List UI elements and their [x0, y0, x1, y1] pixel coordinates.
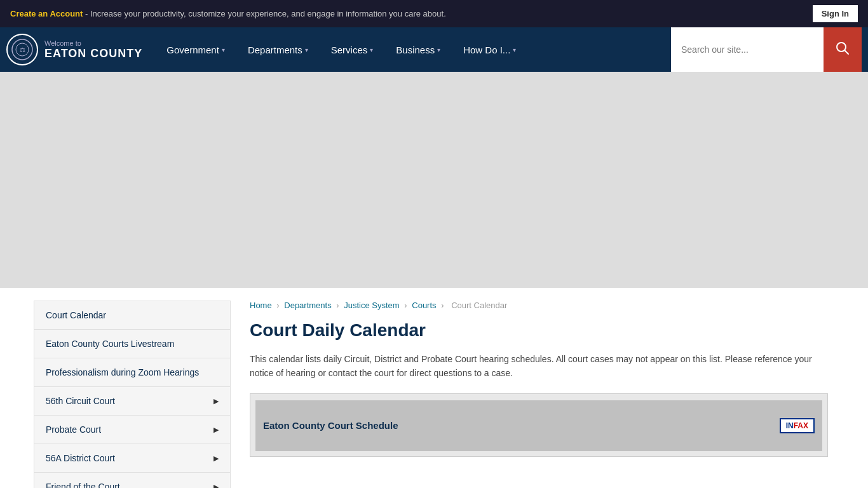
breadcrumb-home[interactable]: Home	[250, 301, 272, 310]
svg-text:⚖: ⚖	[20, 46, 25, 53]
breadcrumb-courts[interactable]: Courts	[412, 301, 436, 310]
nav-item-business[interactable]: Business ▾	[384, 27, 452, 72]
main-content: Court Calendar Eaton County Courts Lives…	[27, 288, 841, 488]
main-nav: Government ▾ Departments ▾ Services ▾ Bu…	[155, 27, 671, 72]
calendar-widget-inner: Eaton County Court Schedule INFAX	[255, 400, 822, 451]
nav-item-how-do-i[interactable]: How Do I... ▾	[452, 27, 527, 72]
arrow-right-icon: ▶	[214, 397, 219, 405]
breadcrumb-separator: ›	[276, 301, 281, 310]
arrow-right-icon: ▶	[214, 426, 219, 434]
search-icon	[836, 41, 850, 58]
sidebar: Court Calendar Eaton County Courts Lives…	[34, 301, 231, 488]
welcome-text: Welcome to	[44, 39, 142, 47]
top-bar: Create an Account - Increase your produc…	[0, 0, 868, 27]
infax-text-blue: IN	[786, 421, 794, 430]
chevron-down-icon: ▾	[305, 46, 308, 53]
arrow-right-icon: ▶	[214, 454, 219, 463]
nav-item-government[interactable]: Government ▾	[155, 27, 236, 72]
arrow-right-icon: ▶	[214, 483, 219, 489]
logo-text: Welcome to EATON COUNTY	[44, 39, 142, 60]
breadcrumb-separator: ›	[336, 301, 341, 310]
search-input[interactable]	[671, 27, 824, 72]
sign-in-button[interactable]: Sign In	[813, 5, 858, 22]
chevron-down-icon: ▾	[370, 46, 373, 53]
calendar-widget: Eaton County Court Schedule INFAX	[250, 393, 828, 457]
create-account-link[interactable]: Create an Account	[10, 9, 83, 18]
logo-link[interactable]: ⚖ Welcome to EATON COUNTY	[6, 34, 142, 65]
logo-icon: ⚖	[6, 34, 38, 65]
sidebar-item-circuit-court[interactable]: 56th Circuit Court ▶	[34, 387, 230, 416]
search-area	[671, 27, 862, 72]
breadcrumb-departments[interactable]: Departments	[284, 301, 331, 310]
page-description: This calendar lists daily Circuit, Distr…	[250, 352, 828, 381]
top-bar-content: Create an Account - Increase your produc…	[10, 9, 446, 18]
chevron-down-icon: ▾	[513, 46, 516, 53]
page-title: Court Daily Calendar	[250, 320, 828, 341]
chevron-down-icon: ▾	[222, 46, 225, 53]
breadcrumb-separator: ›	[404, 301, 409, 310]
search-button[interactable]	[824, 27, 862, 72]
nav-item-departments[interactable]: Departments ▾	[236, 27, 320, 72]
nav-item-services[interactable]: Services ▾	[320, 27, 385, 72]
breadcrumb-separator: ›	[441, 301, 446, 310]
sidebar-item-professionalism[interactable]: Professionalism during Zoom Hearings	[34, 358, 230, 387]
site-header: ⚖ Welcome to EATON COUNTY Government ▾ D…	[0, 27, 868, 72]
sidebar-item-court-calendar[interactable]: Court Calendar	[34, 301, 230, 330]
content-area: Home › Departments › Justice System › Co…	[243, 301, 834, 488]
infax-badge: INFAX	[780, 418, 815, 433]
sidebar-item-friend-of-court[interactable]: Friend of the Court ▶	[34, 473, 230, 488]
promo-text: - Increase your productivity, customize …	[83, 9, 445, 18]
breadcrumb: Home › Departments › Justice System › Co…	[250, 301, 828, 310]
county-seal-icon: ⚖	[11, 38, 34, 61]
infax-text-red: FAX	[794, 421, 808, 430]
sidebar-item-district-court[interactable]: 56A District Court ▶	[34, 444, 230, 473]
breadcrumb-current: Court Calendar	[451, 301, 507, 310]
calendar-widget-title: Eaton County Court Schedule	[263, 420, 398, 431]
hero-image	[0, 72, 868, 288]
breadcrumb-justice[interactable]: Justice System	[344, 301, 399, 310]
chevron-down-icon: ▾	[437, 46, 440, 53]
sidebar-item-probate-court[interactable]: Probate Court ▶	[34, 416, 230, 444]
county-name: EATON COUNTY	[44, 47, 142, 60]
sidebar-item-livestream[interactable]: Eaton County Courts Livestream	[34, 330, 230, 358]
svg-line-4	[844, 50, 848, 54]
